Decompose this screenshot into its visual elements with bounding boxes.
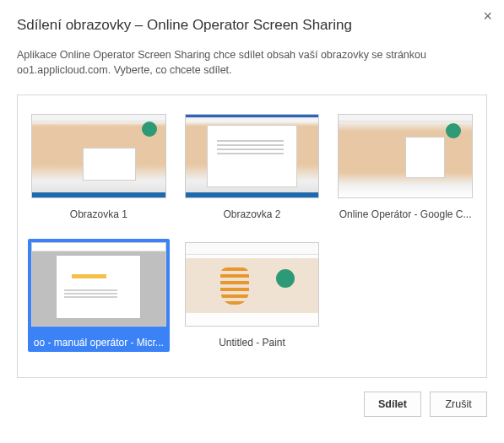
dialog-footer: Sdílet Zrušit bbox=[17, 378, 487, 417]
thumbnail bbox=[338, 114, 473, 198]
thumbnail bbox=[185, 242, 320, 327]
source-item-obrazovka-1[interactable]: Obrazovka 1 bbox=[28, 111, 170, 224]
source-item-paint[interactable]: Untitled - Paint bbox=[182, 239, 323, 352]
source-label: Obrazovka 2 bbox=[223, 208, 280, 220]
source-item-google-chrome[interactable]: Online Operátor - Google C... bbox=[334, 111, 476, 224]
thumbnail bbox=[185, 114, 320, 198]
source-list: Obrazovka 1 Obrazovka 2 Online Operátor … bbox=[17, 95, 487, 378]
source-label: Obrazovka 1 bbox=[70, 208, 127, 220]
thumbnail bbox=[31, 114, 166, 198]
source-label: Untitled - Paint bbox=[219, 337, 285, 348]
source-item-obrazovka-2[interactable]: Obrazovka 2 bbox=[182, 111, 323, 224]
source-label: Online Operátor - Google C... bbox=[339, 208, 472, 220]
share-button[interactable]: Sdílet bbox=[364, 392, 421, 417]
thumbnail bbox=[31, 242, 166, 327]
dialog-title: Sdílení obrazovky – Online Operator Scre… bbox=[17, 17, 487, 34]
source-label: oo - manuál operátor - Micr... bbox=[34, 337, 164, 348]
source-item-word[interactable]: oo - manuál operátor - Micr... bbox=[28, 239, 170, 352]
screen-share-dialog: × Sdílení obrazovky – Online Operator Sc… bbox=[0, 0, 504, 432]
close-icon[interactable]: × bbox=[483, 8, 492, 24]
dialog-description: Aplikace Online Operator Screen Sharing … bbox=[17, 47, 487, 78]
cancel-button[interactable]: Zrušit bbox=[430, 392, 487, 417]
